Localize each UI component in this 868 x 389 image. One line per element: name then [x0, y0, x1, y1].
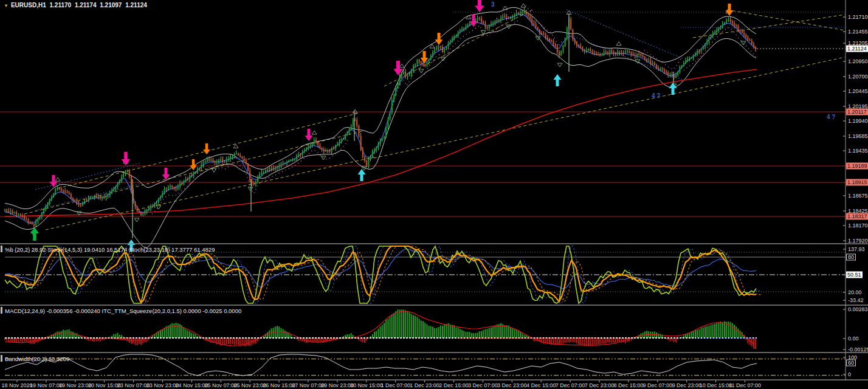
time-axis-label: 7 Dec 23:00 [585, 382, 615, 388]
percent-b-panel-label: %b (20,2) 28.92 Stoch(14,5,3) 19.0410 16… [5, 246, 215, 253]
y-axis-label: 1.20950 [848, 59, 868, 64]
time-axis-label: 25 Nov 23:00 [233, 382, 266, 388]
time-axis-label: 23 Nov 07:00 [117, 382, 150, 388]
time-axis-label: 24 Nov 15:00 [176, 382, 208, 388]
time-axis-label: 10 Dec 15:00 [700, 382, 732, 388]
y-axis-label: 1.20700 [848, 74, 868, 80]
y-axis-price-box: 1.21124 [846, 46, 868, 52]
y-axis-price-box: 1.18317 [846, 213, 868, 220]
signal-arrow-orange-down [435, 33, 443, 45]
bandwidth-panel-label: Bandwidth(20,2) 60.3269 [5, 356, 69, 362]
trading-chart-window: ▼EURUSD,H1 1.21170 1.21174 1.21097 1.211… [0, 0, 868, 389]
percent-b-panel-handle[interactable] [1, 246, 2, 252]
y-axis-label: 20.00 [848, 290, 862, 295]
y-axis-label: 1.19940 [848, 119, 868, 124]
time-axis-label: 3 Dec 23:00 [497, 382, 527, 388]
signal-arrow-cyan-up [669, 83, 677, 95]
ohlc-high: 1.21174 [75, 2, 97, 9]
y-axis-label: -0.001251 [848, 347, 868, 353]
y-axis-price-box: 50.51 [846, 272, 863, 278]
time-axis-label: 19 Nov 23:00 [59, 382, 92, 388]
time-axis-label: 18 Nov 2020 [1, 382, 32, 388]
ohlc-low: 1.21097 [100, 2, 122, 9]
time-axis-label: 4 Dec 15:00 [526, 382, 556, 388]
time-axis-label: 30 Nov 15:00 [350, 382, 383, 388]
wave-count-annotation: 4 ? [652, 92, 660, 99]
time-axis-label: 7 Dec 07:00 [556, 382, 585, 388]
macd-panel-label: MACD(12,24,9) -0.000356 -0.000240 ITC_TT… [5, 308, 241, 314]
time-axis-label: 9 Dec 23:00 [672, 382, 701, 388]
time-axis-label: 3 Dec 07:00 [468, 382, 498, 388]
time-axis-label: 9 Dec 07:00 [643, 382, 673, 388]
y-axis-label: 1.19435 [848, 148, 868, 154]
chart-title: ▼EURUSD,H1 1.21170 1.21174 1.21097 1.211… [4, 2, 149, 9]
wave-count-annotation: 4 ? [827, 114, 835, 120]
ohlc-open: 1.21170 [50, 2, 72, 9]
symbol-marker-icon: ▼ [4, 3, 9, 9]
y-axis-label: -33.42 [848, 298, 864, 303]
y-axis-price-box: 1.19189 [846, 163, 868, 170]
y-axis-label: 1.19685 [848, 134, 868, 139]
y-axis-price-box: 80 [846, 254, 856, 261]
y-axis-label: 1.18675 [848, 193, 868, 199]
time-axis-label: 11 Dec 07:00 [729, 382, 761, 388]
signal-arrow-orange-down [726, 4, 734, 16]
time-axis-label: 20 Nov 15:00 [88, 382, 121, 388]
y-axis-label: 1.18170 [848, 223, 868, 229]
time-axis-label: 19 Nov 07:00 [30, 382, 63, 388]
signal-arrow-magenta-down [475, 0, 484, 12]
time-axis-label: 23 Nov 23:00 [146, 382, 179, 388]
y-axis-label: 0 [848, 372, 851, 377]
time-axis-label: 29 Nov 23:00 [321, 382, 354, 388]
y-axis-label: 0.00 [848, 336, 859, 342]
signal-arrow-cyan-up [554, 74, 562, 86]
signal-arrow-magenta-down [122, 152, 130, 165]
y-axis-label: 0.00283 [848, 307, 868, 312]
chart-canvas[interactable] [0, 0, 868, 389]
signal-arrow-orange-down [203, 143, 210, 154]
y-axis-price-box: 60 [846, 360, 856, 367]
y-axis-label: 137.93 [848, 247, 865, 252]
time-axis-label: 2 Dec 15:00 [439, 382, 469, 388]
bandwidth-panel-handle[interactable] [1, 355, 2, 362]
symbol-label: EURUSD,H1 [11, 2, 46, 9]
y-axis-label: 1.21455 [848, 29, 868, 35]
time-axis-label: 8 Dec 15:00 [614, 382, 644, 388]
y-axis-price-box: 1.18915 [846, 179, 868, 186]
time-axis-label: 27 Nov 07:00 [292, 382, 325, 388]
wave-count-annotation: 3 [491, 1, 495, 8]
time-axis-label: 25 Nov 07:00 [205, 382, 238, 388]
y-axis-label: 1.21710 [848, 15, 868, 20]
ohlc-close: 1.21124 [125, 2, 147, 9]
time-axis-label: 1 Dec 23:00 [410, 382, 439, 388]
y-axis-label: 1.20445 [848, 89, 868, 94]
signal-arrow-magenta-down [162, 168, 170, 180]
macd-panel-handle[interactable] [1, 307, 2, 314]
y-axis-label: 1.17920 [848, 238, 868, 244]
y-axis-price-box: 1.20117 [846, 109, 868, 115]
signal-arrow-green-up [30, 227, 39, 241]
time-axis-label: 26 Nov 15:00 [263, 382, 295, 388]
time-axis-label: 1 Dec 07:00 [381, 382, 410, 388]
signal-arrow-magenta-down [305, 129, 313, 141]
signal-arrow-cyan-up [358, 169, 366, 181]
